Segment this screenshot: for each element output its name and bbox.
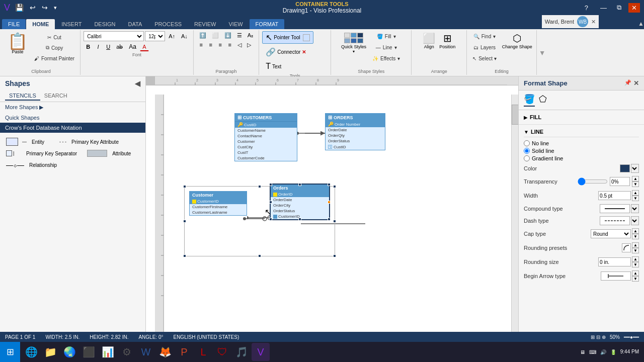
crowsfoot-item[interactable]: Crow's Foot Database Notation: [0, 123, 145, 133]
canvas-content[interactable]: ⊞ CUSTOMERS 🔑 CustID CustomerName Contac…: [155, 85, 518, 340]
more-shapes-item[interactable]: More Shapes ▶: [0, 102, 145, 113]
connector-button[interactable]: 🔗 Connector ✕: [262, 46, 310, 58]
tab-search[interactable]: SEARCH: [40, 92, 71, 101]
format-shape-tab-icon[interactable]: ⬠: [539, 94, 547, 107]
indent-increase-btn[interactable]: ▷: [245, 41, 254, 49]
tb-chrome-icon[interactable]: 🌏: [60, 343, 78, 361]
strikethrough-btn[interactable]: ab̶: [114, 43, 125, 51]
orders2-table[interactable]: Orders OrderID OrderDate OrderCity Order…: [270, 184, 330, 220]
vertical-scrollbar[interactable]: [511, 95, 518, 333]
customize-qat-btn[interactable]: ▾: [52, 4, 59, 12]
undo-btn[interactable]: ↩: [28, 3, 38, 12]
text-button[interactable]: T Text: [262, 60, 310, 72]
tb-logo-icon[interactable]: L: [194, 343, 212, 361]
format-close-btn[interactable]: ✕: [633, 79, 639, 87]
shapes-collapse-btn[interactable]: ◀: [135, 79, 140, 87]
restore-btn[interactable]: ⧉: [614, 3, 624, 13]
customers-table[interactable]: ⊞ CUSTOMERS 🔑 CustID CustomerName Contac…: [234, 113, 297, 161]
indent-decrease-btn[interactable]: ◁: [235, 41, 244, 49]
cap-type-up[interactable]: ▲: [632, 228, 639, 234]
tb-security-icon[interactable]: 🛡: [213, 343, 231, 361]
line-section-header[interactable]: ▼ LINE: [524, 127, 639, 137]
tab-design[interactable]: DESIGN: [88, 19, 121, 29]
font-color-btn[interactable]: A: [140, 43, 149, 51]
tab-process[interactable]: PROCESS: [148, 19, 188, 29]
ribbon-collapse-btn[interactable]: ▼: [539, 49, 546, 57]
begin-arrow-up[interactable]: ▲: [632, 270, 639, 276]
transparency-input[interactable]: [610, 177, 630, 186]
tb-cmd-icon[interactable]: ⬛: [79, 343, 98, 361]
transparency-up[interactable]: ▲: [632, 176, 639, 182]
v-scroll-thumb[interactable]: [512, 105, 518, 125]
font-size-select[interactable]: 12pt.: [145, 31, 165, 41]
no-line-radio-label[interactable]: No line: [524, 140, 639, 146]
tab-view[interactable]: VIEW: [222, 19, 249, 29]
gradient-line-radio-label[interactable]: Gradient line: [524, 155, 639, 161]
find-button[interactable]: 🔍 Find ▾: [470, 31, 499, 41]
compound-type-dropdown[interactable]: ▾: [631, 204, 639, 213]
solid-line-radio-label[interactable]: Solid line: [524, 148, 639, 154]
redo-btn[interactable]: ↪: [40, 3, 50, 12]
solid-line-radio[interactable]: [524, 148, 530, 154]
begin-arrow-preview[interactable]: [601, 272, 631, 281]
format-painter-button[interactable]: 🖌 Format Painter: [32, 53, 77, 63]
close-btn[interactable]: ✕: [628, 3, 640, 13]
color-swatch[interactable]: [620, 164, 630, 172]
rounding-preset-btn[interactable]: [622, 243, 631, 252]
change-shape-button[interactable]: ⬡ Change Shape: [501, 31, 533, 50]
effects-button[interactable]: ✨ Effects ▾: [370, 53, 403, 63]
align-right-btn[interactable]: ≡: [216, 41, 225, 49]
tab-file[interactable]: FILE: [2, 19, 26, 29]
tb-ie-icon[interactable]: 🌐: [22, 343, 40, 361]
user-area[interactable]: Ward, Brent WB ✕: [542, 15, 599, 28]
align-vmid-btn[interactable]: ⬜: [209, 31, 221, 40]
cap-type-select[interactable]: Round Flat Square: [591, 229, 631, 238]
tab-stencils[interactable]: STENCILS: [5, 92, 40, 101]
position-button[interactable]: ⊞ Position: [438, 31, 456, 50]
tb-excel-icon[interactable]: 📊: [99, 343, 117, 361]
dash-type-preview[interactable]: [600, 216, 630, 225]
user-close[interactable]: ✕: [591, 19, 596, 25]
cut-button[interactable]: ✂ Cut: [32, 32, 77, 42]
diagram-area[interactable]: ⊞ CUSTOMERS 🔑 CustID CustomerName Contac…: [164, 85, 511, 333]
font-shrink-btn[interactable]: A↓: [179, 32, 190, 40]
align-justify-btn[interactable]: ≡: [225, 41, 234, 49]
underline-button[interactable]: U: [104, 43, 113, 51]
minimize-btn[interactable]: —: [597, 3, 610, 13]
width-down[interactable]: ▼: [632, 196, 639, 201]
width-up[interactable]: ▲: [632, 190, 639, 196]
collapse-ribbon-btn[interactable]: ▲: [638, 20, 644, 27]
canvas-area[interactable]: 1 2 3 4 5 6 7 8 9: [146, 76, 518, 340]
align-bottom-btn[interactable]: ⬇️: [222, 31, 234, 40]
pointer-tool-button[interactable]: ↖ Pointer Tool: [262, 31, 313, 44]
align-left-btn[interactable]: ≡: [197, 41, 206, 49]
tab-data[interactable]: DATA: [122, 19, 148, 29]
font-family-select[interactable]: Calibri: [84, 31, 144, 41]
quick-styles-button[interactable]: Quick Styles ▾: [340, 31, 368, 55]
quick-shapes-item[interactable]: Quick Shapes: [0, 113, 145, 123]
orders-table[interactable]: ⊞ ORDERS 🔑 Order Number OrderDate OrderQ…: [325, 113, 385, 150]
rounding-presets-down[interactable]: ▼: [632, 248, 639, 253]
start-button[interactable]: ⊞: [0, 342, 20, 362]
tb-word-icon[interactable]: W: [137, 343, 155, 361]
cap-type-down[interactable]: ▼: [632, 234, 639, 239]
align-center-btn[interactable]: ≡: [206, 41, 215, 49]
rounding-presets-up[interactable]: ▲: [632, 242, 639, 248]
align-button[interactable]: ⬜ Align: [422, 31, 436, 50]
bold-button[interactable]: B: [84, 43, 93, 51]
rounding-size-up[interactable]: ▲: [632, 256, 639, 262]
save-btn[interactable]: 💾: [13, 3, 26, 12]
customer2-table[interactable]: Customer CustomerID CustomerFirstname Cu…: [189, 191, 247, 216]
subscript-btn[interactable]: A₂: [245, 31, 256, 40]
tb-explorer-icon[interactable]: 📁: [41, 343, 59, 361]
compound-type-preview[interactable]: [600, 204, 630, 213]
transparency-slider[interactable]: [578, 179, 608, 184]
copy-button[interactable]: ⧉ Copy: [32, 43, 77, 53]
help-btn[interactable]: ?: [585, 4, 588, 12]
rounding-size-input[interactable]: [598, 257, 631, 266]
font-grow-btn[interactable]: A↑: [166, 32, 178, 40]
dash-type-dropdown[interactable]: ▾: [631, 216, 639, 225]
color-dropdown[interactable]: ▾: [631, 164, 639, 173]
paste-button[interactable]: 📋 Paste: [5, 31, 30, 56]
tab-insert[interactable]: INSERT: [55, 19, 88, 29]
